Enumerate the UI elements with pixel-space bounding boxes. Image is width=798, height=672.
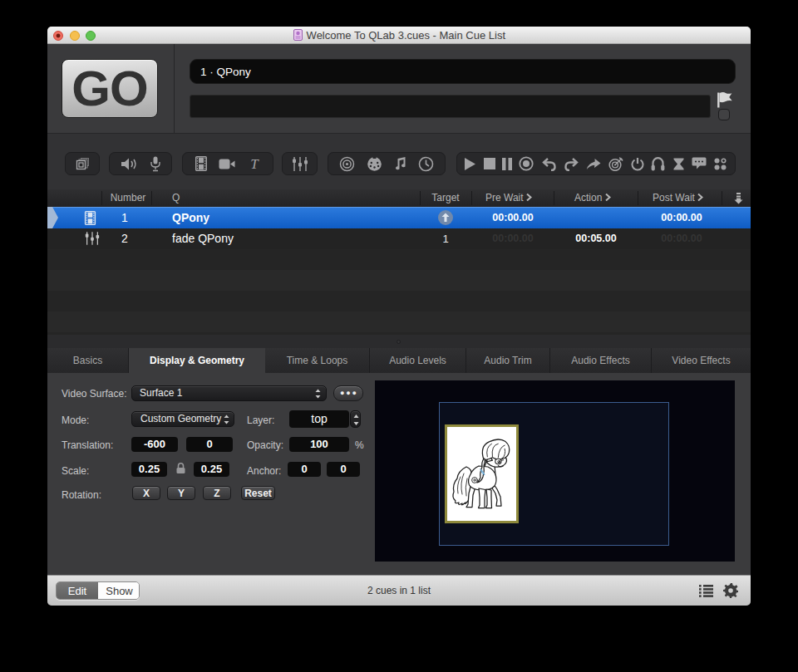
svg-text:T: T <box>250 157 259 170</box>
